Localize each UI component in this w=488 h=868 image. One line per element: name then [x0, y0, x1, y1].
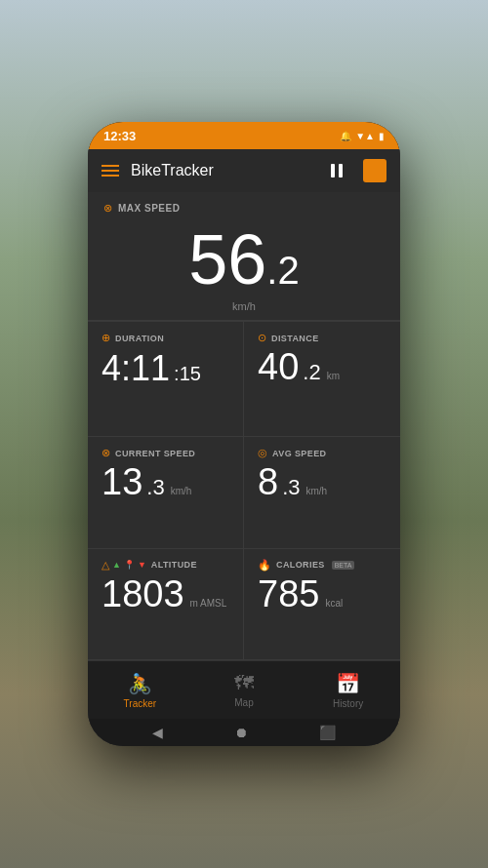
- recents-button[interactable]: ⬛: [319, 725, 336, 740]
- calories-label: CALORIES: [276, 560, 325, 570]
- duration-label: DURATION: [115, 334, 164, 343]
- map-icon: 🗺: [234, 672, 254, 694]
- calories-label-row: 🔥 CALORIES BETA: [258, 559, 386, 572]
- duration-s: :15: [174, 363, 201, 385]
- tracker-label: Tracker: [124, 698, 157, 709]
- stats-grid: ⊕ DURATION 4:11 :15 ⊙ DISTANCE 40: [88, 321, 400, 660]
- altitude-down-icon: ▼: [138, 560, 146, 570]
- max-speed-unit: km/h: [103, 300, 385, 312]
- home-button[interactable]: ⏺: [234, 725, 248, 740]
- altitude-icon: △: [102, 559, 109, 572]
- duration-label-row: ⊕ DURATION: [102, 332, 229, 344]
- phone-frame: 12:33 🔔 ▼▲ ▮ BikeTracker: [88, 122, 400, 746]
- current-speed-label-row: ⊗ CURRENT SPEED: [102, 447, 229, 459]
- distance-unit: km: [327, 371, 340, 381]
- calories-cell: 🔥 CALORIES BETA 785 kcal: [244, 549, 400, 660]
- distance-label-row: ⊙ DISTANCE: [258, 332, 386, 344]
- avg-speed-icon: ◎: [258, 447, 267, 459]
- distance-integer: 40: [258, 348, 299, 385]
- distance-cell: ⊙ DISTANCE 40 .2 km: [244, 322, 400, 437]
- back-button[interactable]: ◀: [152, 725, 163, 740]
- max-speed-label-row: ⊗ MAX SPEED: [103, 202, 385, 215]
- nav-history[interactable]: 📅 History: [296, 661, 400, 719]
- distance-label: DISTANCE: [271, 334, 319, 343]
- app-header: BikeTracker: [88, 149, 400, 192]
- avg-speed-integer: 8: [258, 463, 278, 500]
- history-label: History: [333, 698, 363, 709]
- duration-cell: ⊕ DURATION 4:11 :15: [88, 322, 244, 437]
- current-speed-integer: 13: [102, 463, 142, 500]
- svg-rect-0: [331, 164, 335, 178]
- calories-number: 785: [258, 575, 319, 612]
- current-speed-decimal: .3: [146, 475, 164, 500]
- altitude-up-icon: ▲: [112, 560, 121, 570]
- current-speed-unit: km/h: [171, 486, 192, 496]
- calories-unit: kcal: [325, 598, 343, 609]
- svg-rect-1: [339, 164, 343, 178]
- altitude-value: 1803 m AMSL: [102, 575, 229, 612]
- menu-icon[interactable]: [102, 165, 119, 177]
- altitude-cell: △ ▲ 📍 ▼ ALTITUDE 1803 m AMSL: [88, 549, 244, 660]
- max-speed-display: 56.2: [103, 217, 385, 298]
- bottom-nav: 🚴 Tracker 🗺 Map 📅 History: [88, 660, 400, 719]
- avg-speed-cell: ◎ AVG SPEED 8 .3 km/h: [244, 437, 400, 548]
- battery-icon: ▮: [379, 131, 385, 141]
- duration-value: 4:11 :15: [102, 348, 229, 389]
- main-content: ⊗ MAX SPEED 56.2 km/h ⊕ DURATION: [88, 192, 400, 660]
- duration-icon: ⊕: [102, 332, 110, 344]
- status-time: 12:33: [103, 129, 136, 143]
- current-speed-icon: ⊗: [102, 447, 110, 459]
- gesture-bar: ◀ ⏺ ⬛: [88, 719, 400, 746]
- altitude-label-row: △ ▲ 📍 ▼ ALTITUDE: [102, 559, 229, 572]
- tracker-icon: 🚴: [128, 672, 152, 695]
- current-speed-cell: ⊗ CURRENT SPEED 13 .3 km/h: [88, 437, 244, 548]
- altitude-label: ALTITUDE: [151, 560, 197, 570]
- stop-button[interactable]: [363, 159, 386, 182]
- calories-icon: 🔥: [258, 559, 271, 572]
- history-icon: 📅: [336, 672, 360, 695]
- avg-speed-decimal: .3: [282, 475, 300, 500]
- distance-value: 40 .2 km: [258, 348, 386, 385]
- wifi-icon: ▼▲: [355, 131, 375, 141]
- nav-map[interactable]: 🗺 Map: [192, 661, 297, 719]
- map-label: Map: [234, 697, 253, 708]
- max-speed-section: ⊗ MAX SPEED 56.2 km/h: [88, 192, 400, 321]
- avg-speed-unit: km/h: [306, 486, 328, 496]
- altitude-number: 1803: [102, 575, 184, 612]
- altitude-icons: △ ▲ 📍 ▼: [102, 559, 146, 572]
- avg-speed-label: AVG SPEED: [272, 449, 326, 458]
- status-bar: 12:33 🔔 ▼▲ ▮: [88, 122, 400, 149]
- duration-hm: 4:11: [102, 348, 170, 389]
- distance-icon: ⊙: [258, 332, 266, 344]
- calories-value: 785 kcal: [258, 575, 386, 612]
- pause-button[interactable]: [322, 156, 351, 185]
- distance-decimal: .2: [303, 360, 320, 385]
- nav-tracker[interactable]: 🚴 Tracker: [88, 661, 192, 719]
- avg-speed-value: 8 .3 km/h: [258, 463, 386, 500]
- altitude-pin-icon: 📍: [124, 560, 135, 570]
- current-speed-label: CURRENT SPEED: [115, 449, 195, 458]
- speed-icon: ⊗: [103, 202, 112, 215]
- max-speed-label: MAX SPEED: [118, 203, 180, 214]
- notification-icon: 🔔: [340, 131, 351, 141]
- avg-speed-label-row: ◎ AVG SPEED: [258, 447, 386, 459]
- beta-badge: BETA: [332, 561, 355, 570]
- current-speed-value: 13 .3 km/h: [102, 463, 229, 500]
- app-title: BikeTracker: [131, 162, 310, 179]
- altitude-unit: m AMSL: [190, 598, 227, 609]
- max-speed-integer: 56.2: [188, 220, 299, 298]
- status-icons: 🔔 ▼▲ ▮: [340, 131, 385, 141]
